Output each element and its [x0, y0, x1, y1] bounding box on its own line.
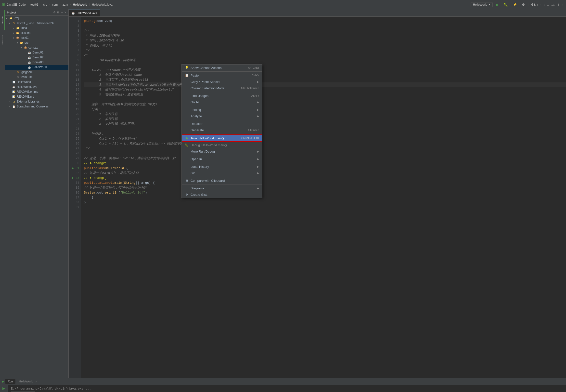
folding-icon	[185, 108, 189, 112]
sidebar-tree: ▾ 📁 Proj... ▾ ⬡ JavaSE_Code E:\Workspace…	[5, 16, 69, 378]
tree-item-scratches[interactable]: ▸ 📋 Scratches and Consoles	[5, 104, 69, 109]
tree-label: Demo01	[32, 51, 43, 54]
activity-bookmarks[interactable]: Bookmarks	[0, 30, 5, 50]
run-side-btn[interactable]: ▶	[1, 386, 7, 391]
tab-close-icon[interactable]: ✕	[35, 380, 37, 383]
menu-label: Open In	[191, 157, 202, 161]
menu-analyze[interactable]: Analyze ▶	[182, 113, 262, 119]
tree-item-project[interactable]: ▾ ⬡ JavaSE_Code E:\Workspace\U	[5, 21, 69, 26]
menu-label: Run 'HelloWorld.main()'	[191, 136, 224, 140]
menu-create-gist[interactable]: ⊙ Create Gist...	[182, 191, 262, 198]
tree-item-root[interactable]: ▾ 📁 Proj...	[5, 16, 69, 21]
tree-label: Proj...	[14, 16, 21, 20]
tab-helloworld[interactable]: HelloWorld ✕	[16, 379, 40, 384]
menu-diagrams[interactable]: Diagrams ▶	[182, 185, 262, 191]
tree-item-classes[interactable]: ▾ 📂 classes	[5, 30, 69, 35]
submenu-arrow: ▶	[257, 108, 259, 111]
tree-item-hw-file[interactable]: ▸ 📄 HelloWorld	[5, 80, 69, 84]
menu-label: Debug 'HelloWorld.main()'	[191, 143, 228, 147]
git-pull-icon[interactable]: ↓	[543, 3, 545, 6]
pause-icon[interactable]: ⏸	[557, 3, 560, 6]
git-history-icon[interactable]: ⊡	[547, 3, 549, 6]
menu-run-helloworld[interactable]: ▶ Run 'HelloWorld.main()' Ctrl+Shift+F10	[182, 134, 262, 142]
tree-item-ext-libs[interactable]: ▸ 🗂 External Libraries	[5, 99, 69, 104]
sidebar-icon-close[interactable]: ✕	[64, 11, 67, 14]
menu-folding[interactable]: Folding ▶	[182, 106, 262, 113]
run-config[interactable]: HelloWorld ▼	[471, 2, 492, 7]
sidebar-icon-expand[interactable]: ⊞	[57, 11, 59, 14]
breadcrumb-zzm: zzm	[63, 3, 68, 6]
bottom-content: ▶ ■ ↺ ⊡ ⚙ ↕ 🗑 E:\Programming\Java\8\jdk\…	[0, 385, 566, 392]
menu-open-in[interactable]: Open In ▶	[182, 156, 262, 162]
title-bar-left: ▣ JavaSE_Code | test01 › src › com › zzm…	[2, 3, 112, 6]
menu-copy-paste-special[interactable]: Copy / Paste Special ▶	[182, 79, 262, 85]
tree-item-idea[interactable]: ▸ 📁 .idea	[5, 26, 69, 30]
code-editor[interactable]: 1 2 3 4 5 6 7 8 9 10 11 12 13 14 15 16 1…	[69, 17, 566, 378]
coverage-button[interactable]: ⚡	[511, 2, 518, 7]
sidebar-icon-dots[interactable]: ⋯	[49, 11, 52, 14]
code-line-21: 2. 多行注释	[84, 117, 566, 122]
tree-item-hw-java[interactable]: ▸ ☕ HelloWorld.java	[5, 84, 69, 89]
code-line-31: public class HelloWorld {	[84, 166, 566, 171]
sidebar-icon-minimize[interactable]: ─	[61, 11, 63, 14]
menu-column-selection[interactable]: Column Selection Mode Alt+Shift+Insert	[182, 85, 262, 91]
tree-item-package[interactable]: ▾ 📦 com.zzm	[5, 45, 69, 50]
editor-tab-helloworld[interactable]: ☕ HelloWorld.java	[69, 10, 100, 16]
menu-local-history[interactable]: Local History ▶	[182, 163, 262, 170]
code-line-23	[84, 126, 566, 131]
tree-item-gitignore[interactable]: ▸ ⊡ .gitignore	[5, 70, 69, 75]
run-button[interactable]: ▶	[495, 2, 500, 7]
checkmark-icon[interactable]: ✓	[562, 3, 564, 6]
code-line-12: 1. 创建空项目JavaSE_Cdde	[84, 73, 566, 78]
tree-item-iml[interactable]: ▸ ⊟ test01.iml	[5, 75, 69, 80]
title-bar: ▣ JavaSE_Code | test01 › src › com › zzm…	[0, 0, 566, 9]
git-push-icon[interactable]: ↑	[540, 3, 541, 6]
menu-find-usages[interactable]: Find Usages Alt+F7	[182, 93, 262, 99]
menu-refactor[interactable]: Refactor	[182, 120, 262, 127]
menu-label: Refactor	[191, 122, 203, 126]
menu-more-run-debug[interactable]: More Run/Debug ▶	[182, 148, 262, 154]
menu-shortcut: Alt+Shift+Insert	[241, 87, 259, 90]
editor-area: ☕ HelloWorld.java 1 2 3 4 5 6 7 8 9 10 1…	[69, 9, 566, 378]
tree-item-readme-en[interactable]: ▸ 📝 README.en.md	[5, 89, 69, 94]
code-line-6: * 创建人：张子欣	[84, 43, 566, 48]
sidebar-icons: ⋯ ⚙ ⊞ ─ ✕	[49, 11, 67, 14]
menu-generate[interactable]: Generate... Alt+Insert	[182, 127, 262, 133]
tree-item-demo01[interactable]: ▸ ☕ Demo01	[5, 50, 69, 55]
bottom-panel: ▶ Run HelloWorld ✕ ▶ ■ ↺ ⊡ ⚙ ↕ 🗑 E:\Prog…	[0, 378, 566, 392]
tree-item-demo02[interactable]: ▸ ☕ Demo02	[5, 55, 69, 60]
tree-item-test01[interactable]: ▾ 📦 test01	[5, 35, 69, 40]
tree-arrow: ▾	[17, 42, 20, 44]
submenu-arrow: ▶	[257, 165, 259, 168]
tree-item-src[interactable]: ▾ 📂 src	[5, 40, 69, 45]
code-line-33: // ♣ zhangrj	[84, 176, 566, 181]
menu-separator	[182, 106, 262, 106]
sidebar-header: Project ⋯ ⚙ ⊞ ─ ✕	[5, 9, 69, 16]
menu-shortcut: Alt+Insert	[248, 128, 259, 131]
debug-button[interactable]: 🐛	[502, 2, 509, 7]
menu-paste[interactable]: 📋 Paste Ctrl+V	[182, 72, 262, 79]
menu-show-context-actions[interactable]: 💡 Show Context Actions Alt+Enter	[182, 65, 262, 71]
tree-arrow: ▾	[13, 37, 16, 39]
tree-item-readme[interactable]: ▸ 📝 README.md	[5, 94, 69, 99]
history-icon	[185, 165, 189, 168]
tab-label: HelloWorld.java	[77, 12, 97, 15]
menu-separator	[182, 184, 262, 184]
tree-item-helloworld[interactable]: ▸ ☕ HelloWorld	[5, 65, 69, 70]
settings-button[interactable]: ⚙	[520, 2, 526, 7]
code-line-16: 5. 右键直接运行，查看控制台	[84, 92, 566, 97]
folder-open-icon: 📂	[20, 41, 24, 45]
menu-git[interactable]: Git ▶	[182, 170, 262, 176]
code-line-39	[84, 205, 566, 210]
bottom-sidebar: ▶ ■ ↺ ⊡ ⚙ ↕ 🗑	[0, 385, 8, 392]
tree-item-dome03[interactable]: ▸ ☕ Dome03	[5, 60, 69, 65]
activity-structure[interactable]: Structure	[0, 10, 5, 30]
sidebar-icon-settings[interactable]: ⚙	[53, 11, 56, 14]
menu-compare-clipboard[interactable]: ⊞ Compare with Clipboard	[182, 177, 262, 184]
code-content[interactable]: package com.zzm; /** * 用途：IDEA编写程序 * 时间：…	[81, 17, 566, 378]
tab-run[interactable]: Run	[5, 379, 15, 384]
git-branch-icon[interactable]: ⎇	[551, 3, 555, 6]
tree-arrow: ▾	[6, 17, 9, 20]
menu-label: Analyze	[191, 114, 202, 118]
menu-goto[interactable]: Go To ▶	[182, 99, 262, 105]
